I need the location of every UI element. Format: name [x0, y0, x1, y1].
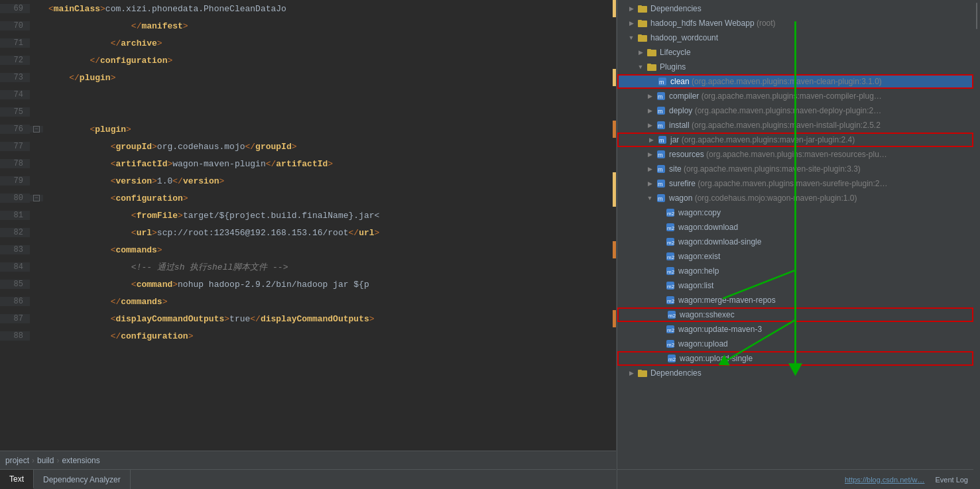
tree-item-site[interactable]: ▶msite (org.apache.maven.plugins:maven-s…: [617, 162, 973, 176]
tree-item-wagon-copy[interactable]: m2wagon:copy: [617, 205, 973, 220]
fold-marker[interactable]: −: [33, 126, 40, 133]
line-marker: [613, 103, 616, 121]
tree-item-wagon-list[interactable]: m2wagon:list: [617, 278, 973, 293]
url-link[interactable]: https://blog.csdn.net/w…: [845, 476, 924, 484]
plugin-icon: m: [657, 135, 668, 145]
tree-item-dependencies-top[interactable]: ▶Dependencies: [617, 1, 973, 16]
event-log-button[interactable]: Event Log: [935, 476, 968, 484]
tab-text[interactable]: Text: [0, 470, 34, 489]
line-marker: [613, 224, 616, 241]
tree-arrow[interactable]: ▶: [645, 180, 654, 187]
tree-item-hadoop-hdfs[interactable]: ▶hadoop_hdfs Maven Webapp (root): [617, 16, 973, 30]
tree-item-wagon-download[interactable]: m2wagon:download: [617, 220, 973, 235]
tree-arrow[interactable]: ▶: [627, 20, 636, 27]
tree-item-compiler[interactable]: ▶mcompiler (org.apache.maven.plugins:mav…: [617, 89, 973, 103]
tree-item-wagon-download-single[interactable]: m2wagon:download-single: [617, 235, 973, 249]
bottom-right-bar: https://blog.csdn.net/w… Event Log: [617, 469, 973, 489]
tree-item-jar[interactable]: ▶mjar (org.apache.maven.plugins:maven-ja…: [617, 133, 973, 147]
line-marker: [613, 17, 616, 34]
tree-item-deploy[interactable]: ▶mdeploy (org.apache.maven.plugins:maven…: [617, 103, 973, 118]
tree-label: hadoop_wordcount: [650, 33, 718, 42]
line-content: <commands>: [43, 245, 613, 255]
line-marker: [613, 138, 616, 155]
svg-rect-2: [638, 21, 647, 27]
code-line: 73 </plugin>: [0, 69, 616, 86]
tree-arrow[interactable]: ▶: [636, 49, 645, 56]
scroll-thumb[interactable]: [976, 3, 977, 29]
tree-arrow[interactable]: ▶: [645, 107, 654, 114]
tree-item-wagon-merge[interactable]: m2wagon:merge-maven-repos: [617, 293, 973, 307]
tree-arrow[interactable]: ▼: [627, 34, 636, 41]
svg-text:m: m: [658, 166, 663, 173]
tree-arrow[interactable]: ▶: [645, 93, 654, 99]
far-right-scrollbar[interactable]: [973, 0, 980, 489]
tree-item-wagon[interactable]: ▼mwagon (org.codehaus.mojo:wagon-maven-p…: [617, 191, 973, 205]
tree-arrow[interactable]: ▶: [627, 370, 636, 376]
tree-arrow[interactable]: ▼: [645, 195, 654, 201]
line-content: </plugin>: [43, 73, 613, 83]
line-content: <artifactId>wagon-maven-plugin</artifact…: [43, 159, 613, 169]
tree-item-install[interactable]: ▶minstall (org.apache.maven.plugins:mave…: [617, 118, 973, 133]
tree-arrow[interactable]: ▶: [645, 122, 654, 129]
tree-item-surefire[interactable]: ▶msurefire (org.apache.maven.plugins:mav…: [617, 176, 973, 191]
line-number: 75: [0, 107, 30, 117]
code-line: 72 </configuration>: [0, 52, 616, 69]
maven-tree: ▶Dependencies▶hadoop_hdfs Maven Webapp (…: [617, 0, 973, 382]
folder-icon: [646, 62, 657, 72]
svg-rect-7: [647, 49, 651, 50]
code-line: 76− <plugin>: [0, 121, 616, 138]
tree-item-dependencies-bottom[interactable]: ▶Dependencies: [617, 366, 973, 380]
tree-item-clean[interactable]: mclean (org.apache.maven.plugins:maven-c…: [617, 74, 973, 89]
tree-item-plugins[interactable]: ▼Plugins: [617, 60, 973, 74]
code-line: 71 </archive>: [0, 34, 616, 52]
line-number: 77: [0, 142, 30, 151]
line-gutter[interactable]: −: [30, 195, 43, 201]
goal-icon: m2: [665, 266, 676, 276]
code-line: 78 <artifactId>wagon-maven-plugin</artif…: [0, 155, 616, 172]
tree-item-wagon-update[interactable]: m2wagon:update-maven-3: [617, 322, 973, 337]
tree-item-lifecycle[interactable]: ▶Lifecycle: [617, 45, 973, 60]
tree-label: wagon:list: [678, 281, 713, 290]
tree-item-wagon-exist[interactable]: m2wagon:exist: [617, 249, 973, 264]
tree-item-wagon-upload[interactable]: m2wagon:upload: [617, 337, 973, 351]
svg-text:m: m: [658, 152, 663, 158]
fold-marker[interactable]: −: [33, 195, 40, 201]
code-line: 74: [0, 86, 616, 103]
goal-icon: m2: [665, 251, 676, 262]
svg-text:m: m: [658, 108, 663, 115]
tree-arrow[interactable]: ▶: [645, 166, 654, 172]
line-number: 80: [0, 193, 30, 203]
svg-text:m2: m2: [668, 313, 676, 319]
svg-text:m2: m2: [667, 240, 675, 246]
tree-item-hadoop-wordcount[interactable]: ▼hadoop_wordcount: [617, 30, 973, 45]
line-content: <version>1.0</version>: [43, 176, 613, 186]
line-number: 85: [0, 280, 30, 289]
tree-arrow[interactable]: ▶: [646, 136, 656, 143]
code-line: 81 <fromFile>target/${project.build.fina…: [0, 207, 616, 224]
tree-arrow[interactable]: ▼: [636, 64, 645, 70]
tab-dependency-analyzer[interactable]: Dependency Analyzer: [34, 470, 131, 489]
svg-rect-0: [638, 6, 647, 13]
tree-item-resources[interactable]: ▶mresources (org.apache.maven.plugins:ma…: [617, 147, 973, 162]
line-content: </configuration>: [43, 56, 613, 66]
line-marker: [613, 121, 616, 138]
line-marker: [613, 69, 616, 86]
code-line: 84 <!-- 通过sh 执行shell脚本文件 -->: [0, 258, 616, 276]
line-content: </configuration>: [43, 331, 613, 341]
svg-text:m: m: [659, 79, 664, 85]
tree-arrow[interactable]: ▶: [627, 5, 636, 12]
line-marker: [613, 258, 616, 276]
svg-text:m2: m2: [667, 327, 675, 333]
plugin-icon: m: [657, 76, 668, 87]
line-gutter[interactable]: −: [30, 126, 43, 133]
tree-item-wagon-upload-single[interactable]: m2wagon:upload-single: [617, 351, 973, 366]
tree-item-wagon-sshexec[interactable]: m2wagon:sshexec: [617, 307, 973, 322]
line-content: <groupId>org.codehaus.mojo</groupId>: [43, 142, 613, 152]
plugin-icon: m: [656, 193, 666, 203]
tree-item-wagon-help[interactable]: m2wagon:help: [617, 264, 973, 278]
svg-rect-8: [647, 64, 656, 71]
tree-arrow[interactable]: ▶: [645, 151, 654, 158]
svg-text:m2: m2: [667, 211, 675, 217]
line-content: <plugin>: [43, 125, 613, 135]
line-marker: [613, 52, 616, 69]
